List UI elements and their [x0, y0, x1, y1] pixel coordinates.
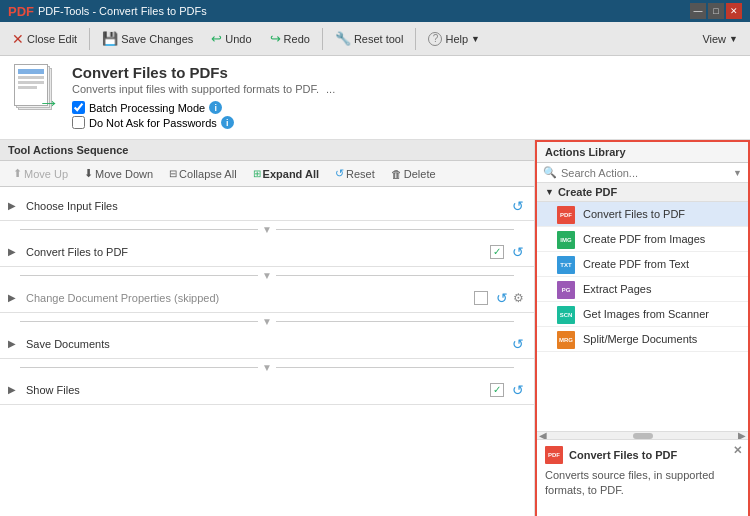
reset-icon: ↺	[335, 167, 344, 180]
close-edit-button[interactable]: ✕ Close Edit	[4, 25, 85, 53]
tree-item-create-from-text[interactable]: TXT Create PDF from Text	[537, 252, 748, 277]
close-edit-icon: ✕	[12, 31, 24, 47]
tree-item-split-merge[interactable]: MRG Split/Merge Documents	[537, 327, 748, 352]
close-button[interactable]: ✕	[726, 3, 742, 19]
left-panel: Tool Actions Sequence ⬆ Move Up ⬇ Move D…	[0, 140, 535, 516]
divider-2: ▼	[0, 267, 534, 283]
main-toolbar: ✕ Close Edit 💾 Save Changes ↩ Undo ↪ Red…	[0, 22, 750, 56]
view-button[interactable]: View ▼	[694, 25, 746, 53]
create-text-icon: TXT	[557, 256, 577, 272]
reset-show-icon[interactable]: ↺	[510, 382, 526, 398]
maximize-button[interactable]: □	[708, 3, 724, 19]
extract-pages-icon: PG	[557, 281, 577, 297]
batch-mode-info-icon[interactable]: i	[209, 101, 222, 114]
passwords-info-icon[interactable]: i	[221, 116, 234, 129]
merge-icon: MRG	[557, 331, 577, 347]
page-description: Converts input files with supported form…	[72, 83, 335, 95]
page-title: Convert Files to PDFs	[72, 64, 335, 81]
undo-icon: ↩	[211, 31, 222, 46]
redo-button[interactable]: ↪ Redo	[262, 25, 318, 53]
move-up-icon: ⬆	[13, 167, 22, 180]
bottom-info-panel: PDF Convert Files to PDF ✕ Converts sour…	[537, 439, 748, 516]
delete-button[interactable]: 🗑 Delete	[384, 165, 443, 183]
move-up-button[interactable]: ⬆ Move Up	[6, 164, 75, 183]
bottom-info-title: PDF Convert Files to PDF ✕	[545, 446, 740, 464]
create-images-icon: IMG	[557, 231, 577, 247]
tree-item-get-images-scanner[interactable]: SCN Get Images from Scanner	[537, 302, 748, 327]
reset-button[interactable]: ↺ Reset	[328, 164, 382, 183]
passwords-row: Do Not Ask for Passwords i	[72, 116, 335, 129]
search-icon: 🔍	[543, 166, 557, 179]
expand-arrow-save[interactable]: ▶	[8, 338, 22, 349]
action-toolbar: ⬆ Move Up ⬇ Move Down ⊟ Collapse All ⊞ E…	[0, 161, 534, 187]
reset-props-icon[interactable]: ↺	[494, 290, 510, 306]
collapse-icon: ⊟	[169, 168, 177, 179]
search-box: 🔍 ▼	[537, 163, 748, 183]
sequence-item-show-files[interactable]: ▶ Show Files ✓ ↺	[0, 375, 534, 405]
reset-tool-button[interactable]: 🔧 Reset tool	[327, 25, 412, 53]
title-bar: PDF PDF-Tools - Convert Files to PDFs — …	[0, 0, 750, 22]
sequence-item-save-docs[interactable]: ▶ Save Documents ↺	[0, 329, 534, 359]
delete-icon: 🗑	[391, 168, 402, 180]
toolbar-separator-2	[322, 28, 323, 50]
collapse-all-button[interactable]: ⊟ Collapse All	[162, 165, 243, 183]
bottom-info-description: Converts source files, in supported form…	[545, 468, 740, 499]
batch-mode-checkbox[interactable]	[72, 101, 85, 114]
tree-category-create-pdf[interactable]: ▼ Create PDF	[537, 183, 748, 202]
expand-arrow-choose[interactable]: ▶	[8, 200, 22, 211]
header-text: Convert Files to PDFs Converts input fil…	[72, 64, 335, 131]
tree-item-extract-pages[interactable]: PG Extract Pages	[537, 277, 748, 302]
undo-button[interactable]: ↩ Undo	[203, 25, 259, 53]
right-panel: Actions Library 🔍 ▼ ▼ Create PDF PDF Con…	[535, 140, 750, 516]
window-controls[interactable]: — □ ✕	[690, 3, 742, 19]
header-section: → Convert Files to PDFs Converts input f…	[0, 56, 750, 140]
tree-item-convert-files[interactable]: PDF Convert Files to PDF	[537, 202, 748, 227]
help-button[interactable]: ? Help ▼	[420, 25, 488, 53]
check-show[interactable]: ✓	[490, 383, 504, 397]
left-panel-header: Tool Actions Sequence	[0, 140, 534, 161]
tree-item-create-from-images[interactable]: IMG Create PDF from Images	[537, 227, 748, 252]
bottom-pdf-icon: PDF	[545, 446, 563, 464]
gear-props-icon[interactable]: ⚙	[510, 290, 526, 306]
move-down-icon: ⬇	[84, 167, 93, 180]
help-dropdown-icon: ▼	[471, 34, 480, 44]
minimize-button[interactable]: —	[690, 3, 706, 19]
search-input[interactable]	[561, 167, 733, 179]
save-changes-button[interactable]: 💾 Save Changes	[94, 25, 201, 53]
main-area: Tool Actions Sequence ⬆ Move Up ⬇ Move D…	[0, 140, 750, 516]
divider-4: ▼	[0, 359, 534, 375]
bottom-close-icon[interactable]: ✕	[733, 444, 742, 457]
expand-arrow-convert[interactable]: ▶	[8, 246, 22, 257]
sequence-item-change-props[interactable]: ▶ Change Document Properties (skipped) ↺…	[0, 283, 534, 313]
expand-arrow-show[interactable]: ▶	[8, 384, 22, 395]
reset-choose-icon[interactable]: ↺	[510, 198, 526, 214]
move-down-button[interactable]: ⬇ Move Down	[77, 164, 160, 183]
wrench-icon: 🔧	[335, 31, 351, 46]
sequence-item-convert[interactable]: ▶ Convert Files to PDF ✓ ↺	[0, 237, 534, 267]
sequence-list: ▶ Choose Input Files ↺ ▼ ▶ Convert Files…	[0, 187, 534, 516]
expand-all-button[interactable]: ⊞ Expand All	[246, 165, 326, 183]
right-panel-header: Actions Library	[537, 142, 748, 163]
expand-icon: ⊞	[253, 168, 261, 179]
help-icon: ?	[428, 32, 442, 46]
actions-tree: ▼ Create PDF PDF Convert Files to PDF IM…	[537, 183, 748, 431]
save-icon: 💾	[102, 31, 118, 46]
header-icon: →	[12, 64, 60, 112]
view-dropdown-icon: ▼	[729, 34, 738, 44]
expand-arrow-props[interactable]: ▶	[8, 292, 22, 303]
divider-3: ▼	[0, 313, 534, 329]
sequence-item-choose-input[interactable]: ▶ Choose Input Files ↺	[0, 191, 534, 221]
toolbar-separator	[89, 28, 90, 50]
check-props[interactable]	[474, 291, 488, 305]
convert-files-icon: PDF	[557, 206, 577, 222]
horizontal-scrollbar[interactable]: ◀ ▶	[537, 431, 748, 439]
divider-1: ▼	[0, 221, 534, 237]
check-convert[interactable]: ✓	[490, 245, 504, 259]
title-bar-text: PDF-Tools - Convert Files to PDFs	[38, 5, 207, 17]
reset-save-icon[interactable]: ↺	[510, 336, 526, 352]
search-dropdown-icon: ▼	[733, 168, 742, 178]
reset-convert-icon[interactable]: ↺	[510, 244, 526, 260]
category-expand-icon: ▼	[545, 187, 554, 197]
passwords-checkbox[interactable]	[72, 116, 85, 129]
toolbar-right: View ▼	[694, 25, 746, 53]
